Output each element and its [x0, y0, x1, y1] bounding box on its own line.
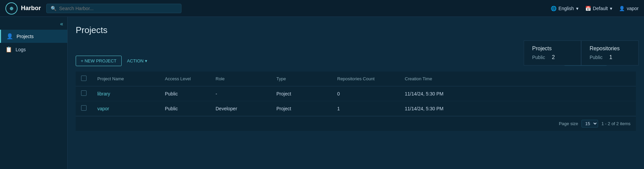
row-checkbox[interactable]	[81, 90, 86, 96]
stats-card-repositories: Repositories Public 1	[581, 40, 639, 65]
chevron-down-icon: ▾	[610, 6, 612, 11]
action-button[interactable]: ACTION ▾	[127, 58, 147, 63]
topnav-right: 🌐 English ▾ 📅 Default ▾ 👤 vapor	[551, 6, 639, 11]
col-header-check	[76, 72, 92, 86]
project-name-link[interactable]: library	[97, 91, 110, 96]
logo-icon: ⊕	[5, 2, 18, 15]
row-type-cell: Project	[271, 86, 332, 101]
col-header-created: Creation Time	[399, 72, 636, 86]
page-size-select[interactable]: 15 25 50	[581, 120, 598, 128]
new-project-label: + NEW PROJECT	[81, 58, 117, 63]
stats-card-projects: Projects Public 2	[524, 40, 581, 65]
row-check-cell	[76, 101, 92, 116]
row-role-cell: Developer	[210, 101, 271, 116]
row-created-cell: 11/14/24, 5:30 PM	[399, 101, 636, 116]
stats-card-projects-row: Public 2	[532, 54, 573, 60]
col-header-type: Type	[271, 72, 332, 86]
col-header-role: Role	[210, 72, 271, 86]
stats-card-repositories-row: Public 1	[590, 54, 630, 60]
projects-table: Project Name Access Level Role Type Repo…	[76, 72, 636, 116]
table-row: vapor Public Developer Project 1 11/14/2…	[76, 101, 636, 116]
stats-repos-public-label: Public	[590, 55, 602, 60]
app-name: Harbor	[21, 5, 41, 12]
stats-projects-public-value: 2	[552, 54, 555, 60]
collapse-icon: «	[60, 21, 63, 27]
stats-repos-public-value: 1	[609, 54, 612, 60]
row-created-cell: 11/14/24, 5:30 PM	[399, 86, 636, 101]
topnav: ⊕ Harbor 🔍 🌐 English ▾ 📅 Default ▾ 👤 vap…	[0, 0, 644, 17]
chevron-down-icon: ▾	[576, 6, 578, 11]
action-label: ACTION	[127, 58, 144, 63]
row-repos-cell: 1	[332, 101, 399, 116]
sidebar-item-projects[interactable]: 👤 Projects	[0, 30, 67, 43]
row-check-cell	[76, 86, 92, 101]
col-header-repos: Repositories Count	[332, 72, 399, 86]
user-icon: 👤	[619, 6, 625, 11]
table-header-row: Project Name Access Level Role Type Repo…	[76, 72, 636, 86]
globe-icon: 🌐	[551, 6, 556, 11]
sidebar-item-logs-label: Logs	[16, 47, 26, 52]
sidebar-collapse-button[interactable]: «	[0, 20, 67, 30]
row-checkbox[interactable]	[81, 105, 86, 111]
sidebar: « 👤 Projects 📋 Logs	[0, 17, 68, 169]
language-selector[interactable]: 🌐 English ▾	[551, 6, 578, 11]
layout: « 👤 Projects 📋 Logs Projects Projects Pu…	[0, 17, 644, 169]
search-input[interactable]	[59, 6, 177, 11]
select-all-checkbox[interactable]	[81, 76, 86, 81]
app-logo[interactable]: ⊕ Harbor	[5, 2, 41, 15]
project-name-link[interactable]: vapor	[97, 106, 109, 111]
col-header-name: Project Name	[92, 72, 159, 86]
language-label: English	[559, 6, 574, 11]
search-box[interactable]: 🔍	[46, 4, 181, 13]
main-content: Projects Projects Public 2 Repositories …	[68, 17, 644, 169]
projects-icon: 👤	[6, 33, 13, 39]
search-icon: 🔍	[51, 6, 56, 11]
row-name-cell: vapor	[92, 101, 159, 116]
stats-projects-public-label: Public	[532, 55, 545, 60]
new-project-button[interactable]: + NEW PROJECT	[76, 56, 122, 66]
items-info: 1 - 2 of 2 items	[601, 121, 630, 126]
col-header-access: Access Level	[159, 72, 210, 86]
row-access-cell: Public	[159, 101, 210, 116]
theme-label: Default	[593, 6, 608, 11]
action-chevron-icon: ▾	[145, 58, 147, 63]
user-menu[interactable]: 👤 vapor	[619, 6, 639, 11]
page-size-label: Page size	[559, 121, 578, 126]
user-label: vapor	[627, 6, 639, 11]
row-repos-cell: 0	[332, 86, 399, 101]
table-row: library Public - Project 0 11/14/24, 5:3…	[76, 86, 636, 101]
table-footer: Page size 15 25 50 1 - 2 of 2 items	[76, 116, 636, 131]
stats-card-repositories-title: Repositories	[590, 46, 630, 52]
stats-card-projects-title: Projects	[532, 46, 573, 52]
theme-selector[interactable]: 📅 Default ▾	[585, 6, 612, 11]
page-title: Projects	[76, 25, 636, 35]
logs-icon: 📋	[5, 46, 12, 53]
row-access-cell: Public	[159, 86, 210, 101]
sidebar-item-logs[interactable]: 📋 Logs	[0, 43, 67, 56]
row-name-cell: library	[92, 86, 159, 101]
table-body: library Public - Project 0 11/14/24, 5:3…	[76, 86, 636, 116]
sidebar-item-projects-label: Projects	[17, 34, 34, 39]
row-type-cell: Project	[271, 101, 332, 116]
stats-row: Projects Public 2 Repositories Public 1	[524, 40, 639, 65]
calendar-icon: 📅	[585, 6, 591, 11]
row-role-cell: -	[210, 86, 271, 101]
